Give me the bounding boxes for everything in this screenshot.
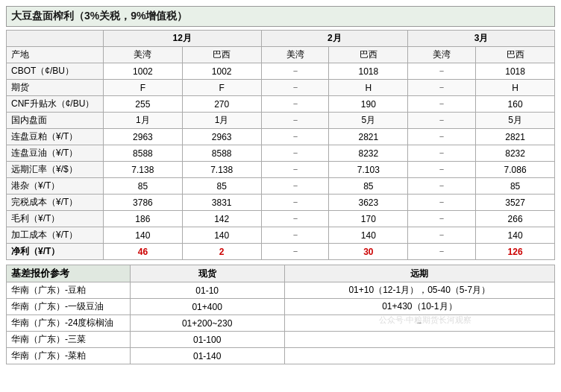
col-us-mar: 美湾 xyxy=(408,47,476,63)
basis-table-row: 华南（广东）-豆粕 01-10 01+10（12-1月），05-40（5-7月） xyxy=(7,282,555,299)
col-us-dec: 美湾 xyxy=(104,47,183,63)
cell: － xyxy=(408,80,476,96)
basis-row-label: 华南（广东）-三菜 xyxy=(7,332,131,348)
basis-table-row: 华南（广东）-一级豆油 01+400 01+430（10-1月） xyxy=(7,299,555,315)
cell: 8588 xyxy=(182,145,261,162)
basis-table-row: 华南（广东）-菜粕 01-140 xyxy=(7,348,555,364)
cell: 186 xyxy=(104,211,183,227)
table-row: 港杂（¥/T） 85 85 － 85 － 85 xyxy=(7,178,555,195)
cell: 140 xyxy=(182,227,261,244)
region-header-row: 产地 美湾 巴西 美湾 巴西 美湾 巴西 xyxy=(7,47,555,63)
cell: － xyxy=(408,227,476,244)
row-label: 完税成本（¥/T） xyxy=(7,195,104,211)
cell: 85 xyxy=(182,178,261,195)
basis-forward-header: 远期 xyxy=(284,265,554,282)
table-row: 国内盘面 1月 1月 － 5月 － 5月 xyxy=(7,113,555,129)
cell: － xyxy=(261,195,329,211)
row-label: 连盘豆油（¥/T） xyxy=(7,145,104,162)
watermark: 公众号·中粮期货长河观察 xyxy=(379,314,471,326)
cell: － xyxy=(261,211,329,227)
cell: 255 xyxy=(104,96,183,113)
cell: － xyxy=(408,195,476,211)
cell: － xyxy=(261,129,329,145)
row-label: CBOT（¢/BU） xyxy=(7,63,104,80)
cell: 8588 xyxy=(104,145,183,162)
cell: 3623 xyxy=(329,195,408,211)
cell-netprofit-5: － xyxy=(408,244,476,260)
cell: 3527 xyxy=(476,195,555,211)
cell: 140 xyxy=(329,227,408,244)
cell-netprofit-1: 46 xyxy=(104,244,183,260)
cell: － xyxy=(408,129,476,145)
table-row: 期货 F F － H － H xyxy=(7,80,555,96)
cell: 2821 xyxy=(329,129,408,145)
table-row: 加工成本（¥/T） 140 140 － 140 － 140 xyxy=(7,227,555,244)
cell: 160 xyxy=(476,96,555,113)
cell: 7.086 xyxy=(476,162,555,178)
cell: － xyxy=(261,113,329,129)
cell: 1018 xyxy=(329,63,408,80)
month-header-row: 12月 2月 3月 xyxy=(7,31,555,47)
table-row: CBOT（¢/BU） 1002 1002 － 1018 － 1018 xyxy=(7,63,555,80)
basis-forward-cell xyxy=(284,348,554,364)
cell: 7.103 xyxy=(329,162,408,178)
row-label: 港杂（¥/T） xyxy=(7,178,104,195)
table-row: 连盘豆粕（¥/T） 2963 2963 － 2821 － 2821 xyxy=(7,129,555,145)
row-label: 期货 xyxy=(7,80,104,96)
col-us-feb: 美湾 xyxy=(261,47,329,63)
cell: F xyxy=(182,80,261,96)
table-row: 完税成本（¥/T） 3786 3831 － 3623 － 3527 xyxy=(7,195,555,211)
basis-title-label: 基差报价参考 xyxy=(7,265,131,282)
cell: H xyxy=(476,80,555,96)
basis-forward-cell: 01+430（10-1月） xyxy=(284,299,554,315)
cell: H xyxy=(329,80,408,96)
cell: － xyxy=(408,63,476,80)
table-row: 远期汇率（¥/$） 7.138 7.138 － 7.103 － 7.086 xyxy=(7,162,555,178)
cell: － xyxy=(408,145,476,162)
cell: 266 xyxy=(476,211,555,227)
cell: 1002 xyxy=(182,63,261,80)
basis-forward-cell: 01+10（12-1月），05-40（5-7月） xyxy=(284,282,554,299)
row-label: 远期汇率（¥/$） xyxy=(7,162,104,178)
month-dec: 12月 xyxy=(104,31,262,47)
cell: － xyxy=(408,113,476,129)
cell: 2963 xyxy=(104,129,183,145)
cell: 140 xyxy=(104,227,183,244)
row-label: 国内盘面 xyxy=(7,113,104,129)
net-profit-row: 净利（¥/T） 46 2 － 30 － 126 xyxy=(7,244,555,260)
cell: － xyxy=(261,162,329,178)
col-header-label: 产地 xyxy=(7,47,104,63)
cell: 85 xyxy=(104,178,183,195)
cell: － xyxy=(261,80,329,96)
page-title: 大豆盘面榨利（3%关税，9%增值税） xyxy=(6,6,555,27)
cell: 8232 xyxy=(329,145,408,162)
basis-header-row: 基差报价参考 现货 远期 xyxy=(7,265,555,282)
cell: － xyxy=(408,96,476,113)
cell: F xyxy=(104,80,183,96)
row-label: 加工成本（¥/T） xyxy=(7,227,104,244)
cell: 5月 xyxy=(476,113,555,129)
cell: 7.138 xyxy=(104,162,183,178)
basis-row-label: 华南（广东）-菜粕 xyxy=(7,348,131,364)
cell: 7.138 xyxy=(182,162,261,178)
basis-spot-header: 现货 xyxy=(130,265,284,282)
cell: 270 xyxy=(182,96,261,113)
cell: － xyxy=(261,145,329,162)
col-brazil-mar: 巴西 xyxy=(476,47,555,63)
month-feb: 2月 xyxy=(261,31,408,47)
cell: 3786 xyxy=(104,195,183,211)
cell: 2963 xyxy=(182,129,261,145)
cell-netprofit-2: 2 xyxy=(182,244,261,260)
cell: 140 xyxy=(476,227,555,244)
row-label: 净利（¥/T） xyxy=(7,244,104,260)
cell: 142 xyxy=(182,211,261,227)
table-row: 毛利（¥/T） 186 142 － 170 － 266 xyxy=(7,211,555,227)
basis-row-label: 华南（广东）-一级豆油 xyxy=(7,299,131,315)
cell: － xyxy=(261,227,329,244)
cell: 85 xyxy=(476,178,555,195)
basis-table-row: 华南（广东）-24度棕榈油 01+200~230 － xyxy=(7,315,555,332)
cell: － xyxy=(261,63,329,80)
cell: － xyxy=(408,162,476,178)
basis-table: 基差报价参考 现货 远期 华南（广东）-豆粕 01-10 01+10（12-1月… xyxy=(6,265,555,364)
basis-row-label: 华南（广东）-24度棕榈油 xyxy=(7,315,131,332)
